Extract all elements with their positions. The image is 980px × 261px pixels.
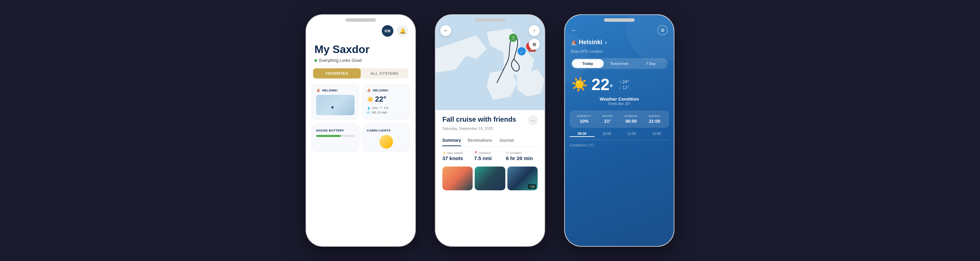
trip-title: Fall cruise with friends — [442, 115, 516, 123]
photo-2[interactable] — [475, 166, 505, 190]
hour-1000[interactable]: 10:00 — [595, 132, 619, 138]
house-battery-card[interactable]: HOUSE BATTERY — [312, 124, 359, 152]
wave-value: 3 ft — [384, 106, 388, 110]
hour-1100[interactable]: 11:00 — [619, 132, 644, 138]
temp-high: ↑ 24° — [619, 79, 629, 84]
water-label: WATER — [596, 114, 619, 118]
battery-fill — [316, 135, 341, 137]
phone-1: KM 🔔 My Saxdor Everything Looks Good FAV… — [306, 15, 415, 246]
battery-bar — [316, 135, 355, 137]
humidity-icon: 💧 — [367, 106, 371, 110]
photo-count-overlay: +16 — [528, 184, 536, 189]
share-button[interactable]: ↑ — [529, 25, 540, 36]
humidity-label: HUMIDITY — [572, 114, 596, 118]
weather-card[interactable]: ⛵ HELSINKI ☀️ 22° 💧 10% 〜 3 ft — [363, 84, 410, 120]
tab-journal[interactable]: Journal — [499, 135, 514, 146]
weather-main: ☀️ 22° ↑ 24° ↓ 12° — [565, 75, 674, 96]
cabin-lights-card[interactable]: CABIN LIGHTS — [363, 124, 410, 152]
boat-icon: ⛵ — [316, 89, 321, 92]
user-avatar[interactable]: KM — [382, 25, 393, 37]
wind-icon: 💨 — [367, 111, 371, 114]
sunrise-val: 06:00 — [619, 119, 643, 124]
bottom-cards: HOUSE BATTERY CABIN LIGHTS — [306, 124, 415, 152]
weather-condition: Weather Condition Feels like 20° — [565, 96, 674, 111]
weather-temp: 22° — [375, 95, 386, 104]
phone-2: 🍴 ⚓ 📍 300 ← ↑ ⊞ Fall cruise with friends… — [436, 15, 544, 246]
tab-destinations[interactable]: Destinations — [468, 135, 492, 146]
cabin-lights-title: CABIN LIGHTS — [367, 129, 405, 132]
trip-map: 🍴 ⚓ 📍 300 ← ↑ ⊞ — [436, 15, 544, 110]
humidity-val: 10% — [572, 119, 596, 124]
light-indicator — [379, 135, 393, 149]
location-dropdown-icon[interactable]: ∨ — [605, 40, 608, 45]
hour-0900[interactable]: 09:00 — [570, 132, 595, 138]
trip-photos: +16 — [442, 166, 538, 190]
wave-icon: 〜 — [379, 106, 382, 110]
distance-value: 7.5 nmi — [474, 155, 506, 161]
stat-sunrise: SUNRISE 06:00 — [619, 114, 643, 124]
notification-bell-icon[interactable]: 🔔 — [397, 25, 408, 37]
photo-3[interactable]: +16 — [508, 166, 538, 190]
back-button[interactable]: ← — [440, 25, 451, 36]
location-1-name: HELSINKI — [322, 89, 338, 92]
main-tab-bar: FAVORITES ALL SYSTEMS — [313, 68, 408, 79]
phone1-header: KM 🔔 — [306, 15, 415, 40]
distance-label: Distance — [479, 151, 491, 155]
distance-icon: 📍 — [474, 151, 478, 155]
stat-humidity: HUMIDITY 10% — [572, 114, 596, 124]
tab-tomorrow[interactable]: Tomorrow — [604, 59, 635, 68]
stat-distance: 📍 Distance 7.5 nmi — [474, 151, 506, 161]
hour-1200[interactable]: 12:00 — [644, 132, 669, 138]
humidity-value: 10% — [372, 106, 378, 110]
duration-icon: ⏱ — [506, 151, 509, 155]
house-battery-title: HOUSE BATTERY — [316, 129, 355, 132]
layers-button[interactable]: ⊞ — [529, 39, 540, 50]
status-dot — [314, 59, 317, 62]
map-pin-anchor: ⚓ — [517, 47, 526, 55]
sunset-label: SUNSET — [643, 114, 666, 118]
hour-1100-label: 11:00 — [619, 132, 644, 136]
stat-max-speed: ⚡ Max Speed 37 knots — [442, 151, 474, 161]
location-cards: ⛵ HELSINKI ⛵ HELSINKI ☀️ 22° — [306, 84, 415, 124]
status-row: Everything Looks Good — [306, 57, 415, 68]
status-text: Everything Looks Good — [319, 58, 362, 63]
condition-text: Weather Condition — [571, 96, 668, 101]
trip-content: Fall cruise with friends ··· Saturday, S… — [436, 110, 544, 196]
location-2-name: HELSINKI — [373, 89, 388, 92]
photo-1[interactable] — [442, 166, 473, 190]
sun-icon: ☀️ — [367, 96, 374, 103]
page-title: My Saxdor — [306, 40, 415, 57]
feels-like-text: Feels like 20° — [571, 101, 668, 106]
wind-value: NE 10 mph — [372, 111, 387, 114]
map-pin-restaurant: 🍴 — [509, 34, 517, 42]
stat-sunset: SUNSET 21:00 — [643, 114, 666, 124]
mini-map-1 — [316, 95, 355, 115]
hour-1200-label: 12:00 — [644, 132, 669, 136]
max-speed-label: Max Speed — [447, 151, 463, 155]
location-card-1[interactable]: ⛵ HELSINKI — [312, 84, 359, 120]
route-svg — [436, 15, 544, 110]
speed-icon: ⚡ — [442, 151, 446, 155]
stat-duration: ⏱ Duration 6 hr 20 min — [506, 151, 538, 161]
boat-position-dot — [331, 106, 334, 108]
trip-stats: ⚡ Max Speed 37 knots 📍 Distance 7.5 nmi — [442, 151, 538, 161]
current-temperature: 22° — [592, 75, 613, 94]
hour-0900-label: 09:00 — [570, 132, 595, 137]
more-options-button[interactable]: ··· — [528, 115, 538, 125]
phone3-back-button[interactable]: ← — [571, 27, 577, 34]
duration-value: 6 hr 20 min — [506, 155, 538, 161]
trip-nav-tabs: Summary Destinations Journal — [442, 135, 538, 147]
boat-icon-2: ⛵ — [367, 89, 371, 92]
max-speed-value: 37 knots — [442, 155, 474, 161]
conditions-label: Conditions (°C) — [565, 142, 674, 149]
tab-summary[interactable]: Summary — [442, 135, 461, 146]
hour-1000-label: 10:00 — [595, 132, 619, 136]
stat-water: WATER 21° — [596, 114, 619, 124]
trip-date: Saturday, September 19, 2025 — [442, 127, 538, 131]
duration-label: Duration — [510, 151, 522, 155]
sunrise-label: SUNRISE — [619, 114, 643, 118]
tab-favorites[interactable]: FAVORITES — [313, 68, 361, 79]
trip-header: Fall cruise with friends ··· — [442, 115, 538, 125]
tab-all-systems[interactable]: ALL SYSTEMS — [361, 68, 408, 79]
temp-low: ↓ 12° — [619, 85, 629, 90]
